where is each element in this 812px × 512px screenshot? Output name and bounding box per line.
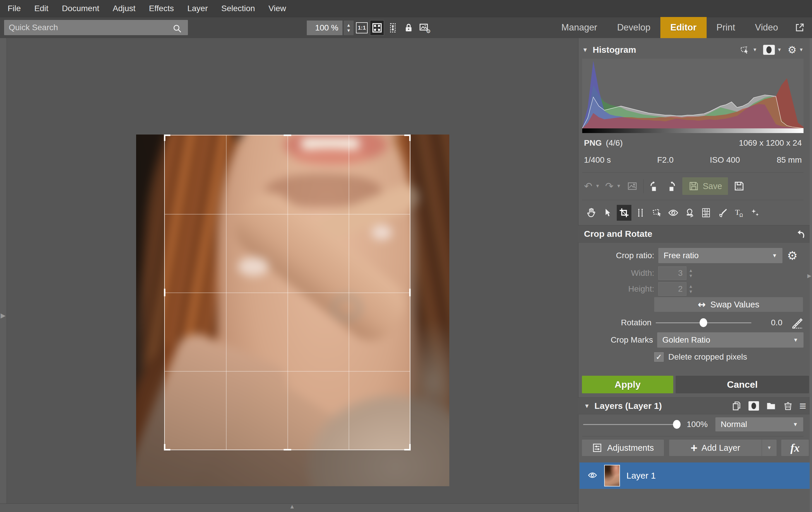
histogram-settings-dropdown-icon[interactable]: ▼ — [799, 47, 804, 52]
filmstrip-expand-icon[interactable]: ▲ — [289, 503, 295, 510]
aperture: F2.0 — [657, 155, 673, 165]
tab-editor[interactable]: Editor — [660, 17, 706, 38]
filmstrip-collapsed-bar[interactable]: ▲ — [0, 504, 578, 512]
crop-handle-bottom[interactable] — [284, 449, 291, 451]
left-panel-collapsed-strip[interactable]: ▶ — [0, 38, 7, 504]
search-input[interactable] — [4, 20, 188, 35]
undo-dropdown-icon[interactable]: ▼ — [596, 184, 600, 189]
deform-tool-icon[interactable] — [649, 205, 664, 221]
zoom-level-input[interactable]: 100 % — [307, 21, 343, 35]
selection-overlay-dropdown-icon[interactable]: ▼ — [753, 47, 757, 52]
cancel-button[interactable]: Cancel — [675, 376, 809, 393]
group-layers-folder-icon[interactable] — [765, 401, 777, 411]
image-settings-button[interactable]: ⚙ — [417, 20, 432, 35]
redo-dropdown-icon[interactable]: ▼ — [616, 184, 621, 189]
crop-handle-bottom-right-v[interactable] — [409, 444, 411, 451]
menu-selection[interactable]: Selection — [221, 4, 255, 13]
tab-develop[interactable]: Develop — [607, 17, 660, 38]
opacity-slider[interactable] — [583, 424, 680, 425]
histogram-collapse-icon[interactable]: ▼ — [582, 47, 588, 53]
opacity-slider-thumb[interactable] — [673, 420, 680, 429]
crop-handle-left[interactable] — [164, 289, 165, 296]
layers-collapse-icon[interactable]: ▼ — [584, 403, 590, 409]
zoom-step-down-icon[interactable]: ▼ — [347, 29, 351, 32]
crop-handle-top-left-v[interactable] — [164, 135, 165, 141]
duplicate-layer-icon[interactable] — [731, 400, 742, 411]
menu-file[interactable]: File — [8, 4, 21, 13]
selection-overlay-icon[interactable] — [738, 45, 750, 55]
rotate-right-button[interactable] — [664, 180, 676, 192]
rotation-slider-thumb[interactable] — [700, 318, 707, 327]
save-button-disabled[interactable]: Save — [682, 177, 728, 195]
photo-image[interactable] — [136, 135, 449, 486]
crop-ratio-settings-icon[interactable]: ⚙ — [787, 250, 798, 262]
crop-rectangle[interactable] — [164, 135, 410, 450]
delete-cropped-checkbox[interactable]: ✓ — [654, 352, 664, 362]
crop-handle-top-right-v[interactable] — [409, 135, 411, 141]
retouch-stars-tool-icon[interactable] — [748, 205, 762, 221]
layers-menu-icon[interactable]: ≡ — [800, 400, 806, 412]
crop-handle-right[interactable] — [409, 289, 411, 296]
fit-to-screen-button[interactable] — [370, 20, 384, 35]
left-panel-expand-icon[interactable]: ▶ — [1, 312, 5, 319]
swap-values-button[interactable]: ↔ Swap Values — [654, 297, 803, 312]
open-external-button[interactable] — [788, 17, 808, 38]
add-layer-button[interactable]: + Add Layer — [669, 440, 762, 456]
menu-document[interactable]: Document — [62, 4, 99, 13]
blend-mode-dropdown[interactable]: Normal ▼ — [716, 417, 803, 431]
crop-handle-top[interactable] — [284, 135, 291, 136]
zoom-1to1-button[interactable]: 1:1 — [355, 20, 369, 35]
histogram-tone-gradient — [582, 128, 804, 133]
layer-thumbnail[interactable] — [604, 465, 620, 486]
panel-resize-handle-icon[interactable]: ▶ — [807, 273, 811, 279]
rotate-left-button[interactable] — [649, 180, 661, 192]
menu-adjust[interactable]: Adjust — [113, 4, 136, 13]
focal-length: 85 mm — [777, 155, 802, 165]
tab-video[interactable]: Video — [745, 17, 788, 38]
adjustments-button[interactable]: Adjustments — [582, 440, 664, 456]
move-tool-icon[interactable] — [600, 205, 615, 221]
delete-layer-trash-icon[interactable] — [783, 400, 793, 411]
menu-effects[interactable]: Effects — [149, 4, 174, 13]
tab-print[interactable]: Print — [706, 17, 745, 38]
search-icon[interactable] — [172, 23, 182, 33]
apply-button[interactable]: Apply — [582, 376, 673, 393]
lock-zoom-button[interactable] — [402, 20, 416, 35]
reset-crop-icon[interactable] — [794, 228, 806, 240]
crop-marks-dropdown[interactable]: Golden Ratio ▼ — [657, 332, 804, 348]
editor-canvas[interactable] — [0, 38, 578, 504]
rotation-slider[interactable] — [656, 322, 751, 323]
straighten-tool-icon[interactable] — [633, 205, 648, 221]
show-original-icon[interactable] — [627, 181, 638, 191]
layer-effects-button[interactable]: fx — [781, 440, 809, 456]
text-tool-icon[interactable]: T Ω — [731, 205, 746, 221]
mask-overlay-dropdown-icon[interactable]: ▼ — [777, 47, 782, 52]
pan-tool-icon[interactable] — [584, 205, 599, 221]
tab-manager[interactable]: Manager — [551, 17, 607, 38]
layer-row-selected[interactable]: Layer 1 — [580, 462, 810, 489]
histogram-settings-icon[interactable]: ⚙ — [788, 45, 796, 55]
menu-layer[interactable]: Layer — [187, 4, 208, 13]
crop-tool-icon[interactable] — [617, 205, 631, 221]
mask-overlay-icon[interactable] — [763, 45, 775, 55]
zoom-step-up-icon[interactable]: ▲ — [347, 23, 351, 27]
save-as-button[interactable] — [733, 180, 745, 192]
warp-mesh-tool-icon[interactable] — [699, 205, 713, 221]
zoom-stepper[interactable]: ▲ ▼ — [344, 21, 354, 35]
undo-button-disabled[interactable]: ↶ — [584, 181, 592, 191]
menu-edit[interactable]: Edit — [34, 4, 48, 13]
menu-view[interactable]: View — [268, 4, 286, 13]
paint-tool-icon[interactable] — [715, 205, 730, 221]
fit-width-button[interactable] — [386, 20, 400, 35]
crop-handle-bottom-left-v[interactable] — [164, 444, 165, 451]
add-layer-dropdown-button[interactable]: ▼ — [762, 440, 777, 456]
add-mask-icon[interactable] — [749, 401, 759, 411]
blend-mode-value: Normal — [721, 420, 747, 429]
crop-ratio-dropdown[interactable]: Free ratio ▼ — [658, 248, 782, 263]
layer-visibility-eye-icon[interactable] — [586, 471, 599, 481]
red-eye-tool-icon[interactable] — [666, 205, 680, 221]
redo-button-disabled[interactable]: ↷ — [605, 181, 613, 191]
histogram-header[interactable]: ▼ Histogram ▼ ▼ ⚙ ▼ — [582, 43, 804, 57]
level-ruler-icon[interactable] — [791, 316, 804, 329]
clone-stamp-tool-icon[interactable] — [682, 205, 697, 221]
